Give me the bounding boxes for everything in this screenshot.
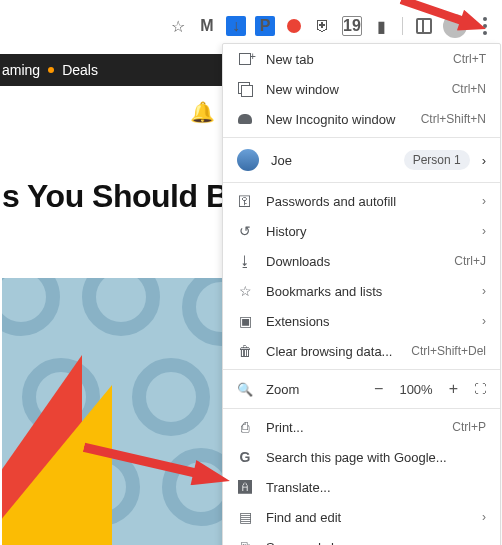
shortcut: Ctrl+Shift+Del [411,344,486,358]
shortcut: Ctrl+N [452,82,486,96]
find-icon: ▤ [237,509,253,525]
bookmark-star-icon[interactable]: ☆ [168,16,188,36]
shortcut: Ctrl+P [452,420,486,434]
menu-label: Search this page with Google... [266,450,486,465]
chevron-right-icon: › [482,194,486,208]
menu-separator [223,408,500,409]
chevron-right-icon: › [482,153,486,168]
menu-label: New window [266,82,439,97]
profile-avatar-small-icon [237,149,259,171]
menu-separator [223,369,500,370]
profile-badge: Person 1 [404,150,470,170]
shortcut: Ctrl+T [453,52,486,66]
calendar-ext-icon[interactable]: 19 [342,16,362,36]
menu-label: New tab [266,52,440,67]
chevron-right-icon: › [482,540,486,545]
chevron-right-icon: › [482,224,486,238]
menu-item-translate[interactable]: 🅰 Translate... [223,472,500,502]
profile-name: Joe [271,153,392,168]
zoom-in-button[interactable]: + [445,380,462,398]
chevron-right-icon: › [482,314,486,328]
bookmark-icon: ☆ [237,283,253,299]
downloader-ext-icon[interactable]: ↓ [226,16,246,36]
print-icon: ⎙ [237,419,253,435]
dot-separator-icon [48,67,54,73]
google-icon: G [237,449,253,465]
toolbar-divider [402,17,403,35]
menu-item-history[interactable]: ↺ History › [223,216,500,246]
side-panel-icon[interactable] [414,16,434,36]
menu-item-clear-data[interactable]: 🗑 Clear browsing data... Ctrl+Shift+Del [223,336,500,366]
site-nav-strip: aming Deals [0,54,222,86]
gmail-icon[interactable]: M [197,16,217,36]
menu-item-find[interactable]: ▤ Find and edit › [223,502,500,532]
shortcut: Ctrl+Shift+N [421,112,486,126]
menu-label: Clear browsing data... [266,344,398,359]
menu-label: Extensions [266,314,469,329]
zoom-icon: 🔍 [237,381,253,397]
trash-icon: 🗑 [237,343,253,359]
menu-label: Bookmarks and lists [266,284,469,299]
menu-item-downloads[interactable]: ⭳ Downloads Ctrl+J [223,246,500,276]
menu-item-print[interactable]: ⎙ Print... Ctrl+P [223,412,500,442]
menu-item-new-window[interactable]: New window Ctrl+N [223,74,500,104]
menu-label: Passwords and autofill [266,194,469,209]
menu-item-bookmarks[interactable]: ☆ Bookmarks and lists › [223,276,500,306]
menu-label: Print... [266,420,439,435]
download-icon: ⭳ [237,253,253,269]
menu-separator [223,182,500,183]
history-icon: ↺ [237,223,253,239]
chevron-right-icon: › [482,284,486,298]
shortcut: Ctrl+J [454,254,486,268]
menu-label: History [266,224,469,239]
menu-separator [223,137,500,138]
nav-item[interactable]: aming [2,62,40,78]
browser-main-menu: New tab Ctrl+T New window Ctrl+N New Inc… [222,43,501,545]
key-icon: ⚿ [237,193,253,209]
new-window-icon [237,81,253,97]
menu-label: Downloads [266,254,441,269]
menu-item-zoom: 🔍 Zoom − 100% + ⛶ [223,373,500,405]
nav-item[interactable]: Deals [62,62,98,78]
chevron-right-icon: › [482,510,486,524]
menu-label: Translate... [266,480,486,495]
shield-icon[interactable]: ⛨ [313,16,333,36]
translate-icon: 🅰 [237,479,253,495]
new-tab-icon [237,51,253,67]
menu-item-extensions[interactable]: ▣ Extensions › [223,306,500,336]
ext-amber-icon[interactable]: ▮ [371,16,391,36]
menu-label: Find and edit [266,510,469,525]
menu-item-passwords[interactable]: ⚿ Passwords and autofill › [223,186,500,216]
menu-item-save-share[interactable]: ⎘ Save and share › [223,532,500,545]
zoom-value: 100% [399,382,432,397]
zoom-label: Zoom [266,382,357,397]
menu-label: New Incognito window [266,112,408,127]
article-headline: s You Should B [2,178,228,215]
bell-icon[interactable]: 🔔 [190,100,215,124]
menu-profile-row[interactable]: Joe Person 1 › [223,141,500,179]
extensions-icon: ▣ [237,313,253,329]
ext-red-icon[interactable] [284,16,304,36]
ext-p-icon[interactable]: P [255,16,275,36]
menu-item-new-tab[interactable]: New tab Ctrl+T [223,44,500,74]
incognito-icon [237,111,253,127]
hero-image [2,278,222,545]
fullscreen-icon[interactable]: ⛶ [474,382,486,396]
menu-item-incognito[interactable]: New Incognito window Ctrl+Shift+N [223,104,500,134]
menu-label: Save and share [266,540,469,546]
save-icon: ⎘ [237,539,253,545]
menu-item-search-page[interactable]: G Search this page with Google... [223,442,500,472]
zoom-out-button[interactable]: − [370,380,387,398]
